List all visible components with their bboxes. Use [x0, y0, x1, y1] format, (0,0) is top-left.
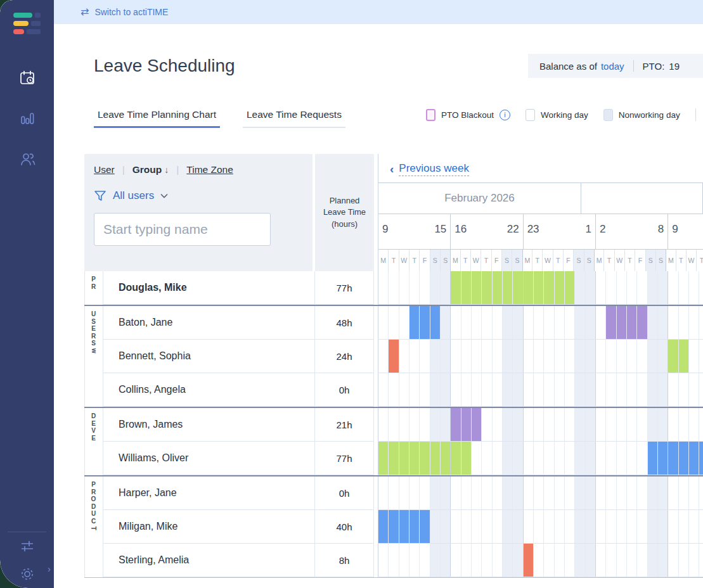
week-end-date: 1: [585, 223, 591, 236]
user-name-cell[interactable]: Bennett, Sophia: [103, 340, 314, 373]
leave-bar-blue[interactable]: [378, 510, 430, 543]
user-name-cell[interactable]: Williams, Oliver: [103, 442, 314, 475]
day-header-cell: M: [378, 250, 389, 271]
leave-chart-row[interactable]: [378, 442, 703, 475]
planned-hours-cell: 24h: [314, 340, 374, 373]
nonworking-day-column: [575, 510, 585, 543]
nonworking-day-column: [586, 340, 596, 373]
leave-chart-row[interactable]: [378, 476, 703, 510]
sort-option-user[interactable]: User: [94, 164, 115, 176]
chevron-left-icon: ‹: [390, 162, 394, 176]
table-row: Brown, James21h: [84, 408, 703, 442]
leave-bar-green[interactable]: [378, 442, 472, 475]
table-row: Sterling, Amelia8h: [84, 544, 703, 577]
nonworking-day-column: [648, 544, 658, 577]
nonworking-day-column: [658, 408, 668, 441]
leave-bar-blue[interactable]: [648, 442, 703, 475]
planned-hours-cell: 21h: [314, 408, 374, 442]
day-header-cell: W: [471, 250, 481, 271]
user-name-cell[interactable]: Collins, Angela: [103, 373, 314, 407]
sidebar-item-settings[interactable]: [0, 560, 54, 588]
user-name-cell[interactable]: Sterling, Amelia: [103, 544, 314, 577]
month-header-cell: February 2026: [378, 183, 581, 214]
leave-chart-row[interactable]: [378, 340, 703, 373]
leave-bar-orange[interactable]: [389, 340, 399, 373]
leave-chart-row[interactable]: [378, 510, 703, 544]
gear-icon: [19, 566, 35, 582]
leave-chart-row[interactable]: [378, 408, 703, 442]
user-name-cell[interactable]: Douglas, Mike: [103, 271, 314, 305]
nonworking-day-column: [441, 408, 451, 441]
leave-chart-row[interactable]: [378, 271, 703, 305]
leave-chart-row[interactable]: [378, 373, 703, 407]
week-header-cell: 231: [524, 214, 596, 249]
balance-label: Balance as of: [539, 61, 597, 72]
logo-bar-teal: [13, 13, 32, 18]
bar-chart-icon: [18, 110, 36, 127]
sidebar-item-users[interactable]: [18, 150, 37, 169]
switch-to-actitime-link[interactable]: ⇄ Switch to actiTIME: [81, 7, 168, 17]
tab-leave-time-planning-chart[interactable]: Leave Time Planning Chart: [94, 108, 220, 128]
planned-hours-cell: 0h: [314, 373, 374, 407]
table-row: Williams, Oliver77h: [84, 442, 703, 475]
sort-option-group[interactable]: Group↓: [132, 164, 169, 176]
day-header-cell: S: [646, 250, 656, 271]
nonworking-day-column: [503, 544, 513, 577]
sidebar-item-leave-schedule[interactable]: [18, 68, 37, 87]
user-name-cell[interactable]: Harper, Jane: [103, 476, 314, 510]
week-header-cell: 28: [596, 214, 668, 249]
user-name-cell[interactable]: Miligan, Mike: [103, 510, 314, 544]
nonworking-day-column: [586, 271, 596, 304]
user-name-cell[interactable]: Brown, James: [103, 408, 314, 442]
nonworking-day-column: [513, 340, 523, 373]
planned-hours-cell: 77h: [314, 442, 374, 475]
group-label: DEVE: [84, 412, 103, 442]
nonworking-day-column: [430, 476, 441, 509]
user-name-cell[interactable]: Baton, Jane: [103, 306, 314, 340]
previous-week-link[interactable]: ‹ Previous week: [390, 162, 469, 176]
leave-chart-row[interactable]: [378, 544, 703, 577]
user-filter[interactable]: All users: [94, 189, 303, 202]
nonworking-day-column: [503, 442, 513, 475]
nonworking-day-column: [575, 408, 585, 441]
day-header-cell: T: [410, 250, 420, 271]
week-start-date: 9: [382, 223, 388, 236]
nonworking-day-column: [658, 340, 668, 373]
leave-bar-purple[interactable]: [451, 408, 482, 441]
nonworking-day-column: [648, 476, 658, 509]
nonworking-day-column: [586, 442, 596, 475]
group-label: PRODUCT: [84, 481, 103, 532]
nonworking-day-column: [586, 408, 596, 441]
table-row: Bennett, Sophia24h: [84, 340, 703, 373]
leave-bar-green[interactable]: [451, 271, 575, 304]
leave-bar-blue[interactable]: [410, 306, 441, 339]
logo-bar-red: [13, 29, 24, 34]
sort-option-time-zone[interactable]: Time Zone: [186, 164, 233, 176]
search-input[interactable]: [103, 222, 275, 237]
leave-chart-row[interactable]: [378, 306, 703, 340]
legend-item-working: Working day: [526, 109, 588, 121]
nonworking-day-column: [430, 408, 441, 441]
info-icon[interactable]: i: [500, 110, 510, 120]
user-group: DEVEBrown, James21hWilliams, Oliver77h: [84, 408, 703, 475]
day-header-cell: W: [615, 250, 625, 271]
chevron-right-icon[interactable]: ›: [48, 563, 51, 574]
user-group: PRDouglas, Mike77h: [84, 271, 703, 305]
planned-leave-header: Planned Leave Time (hours): [315, 154, 374, 271]
sidebar-item-reports[interactable]: [18, 109, 37, 128]
tab-leave-time-requests[interactable]: Leave Time Requests: [243, 108, 345, 128]
month-header-cell: [581, 183, 703, 214]
actiplans-logo[interactable]: [13, 13, 41, 39]
day-header-cell: M: [594, 250, 604, 271]
users-icon: [18, 150, 36, 168]
leave-bar-green[interactable]: [668, 340, 689, 373]
pto-label: PTO:: [643, 61, 665, 72]
group-strip-cell: [84, 544, 103, 577]
leave-bar-orange[interactable]: [524, 544, 534, 577]
nonworking-day-column: [503, 306, 513, 339]
leave-bar-purple[interactable]: [606, 306, 647, 339]
sidebar-item-quick-settings[interactable]: [0, 532, 54, 560]
nonworking-day-column: [441, 544, 451, 577]
balance-date-link[interactable]: today: [601, 61, 624, 72]
user-filter-label: All users: [113, 189, 154, 202]
